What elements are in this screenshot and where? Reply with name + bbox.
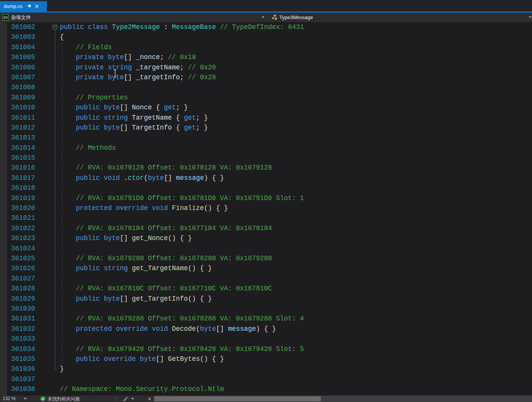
code-lines: 361002public class Type2Message : Messag… [0, 22, 532, 394]
code-text: // Fields [53, 42, 112, 52]
code-line[interactable]: 361004 // Fields [0, 42, 532, 52]
brush-icon[interactable] [123, 396, 128, 402]
code-text: // RVA: 0x1679128 Offset: 0x1678128 VA: … [53, 163, 272, 173]
code-line[interactable]: 361021 [0, 213, 532, 223]
line-number: 361020 [0, 203, 53, 213]
outline-guide-end [55, 368, 57, 369]
code-line[interactable]: 361014 // Methods [0, 143, 532, 153]
code-text [53, 153, 60, 163]
line-number: 361002 [0, 22, 53, 32]
code-line[interactable]: 361022 // RVA: 0x1678184 Offset: 0x16771… [0, 223, 532, 233]
scroll-left-arrow[interactable] [148, 397, 151, 401]
line-number: 361028 [0, 283, 53, 293]
code-line[interactable]: 361010 public byte[] Nonce { get; } [0, 103, 532, 112]
code-line[interactable]: 361029 public byte[] get_TargetInfo() { … [0, 294, 532, 304]
statusbar-separator: | [115, 396, 117, 401]
code-line[interactable]: 361015 [0, 153, 532, 163]
line-number: 361027 [0, 274, 53, 283]
pin-icon[interactable] [26, 4, 32, 9]
code-line[interactable]: 361017 public void .ctor(byte[] message)… [0, 173, 532, 183]
code-line[interactable]: 361026 public string get_TargetName() { … [0, 263, 532, 273]
line-number: 361019 [0, 193, 53, 203]
code-line[interactable]: 361028 // RVA: 0x167810C Offset: 0x16771… [0, 283, 532, 293]
code-line[interactable]: 361009 // Properties [0, 93, 532, 103]
line-number: 361018 [0, 183, 53, 193]
line-number: 361015 [0, 153, 53, 163]
code-line[interactable]: 361011 public string TargetName { get; } [0, 113, 532, 123]
code-text: // RVA: 0x16791D8 Offset: 0x16781D8 VA: … [53, 193, 304, 203]
line-number: 361011 [0, 113, 53, 123]
code-text: // Methods [53, 143, 116, 153]
editor-bottom-bar: 132 % 未找到相关问题 | [0, 396, 532, 402]
chevron-down-icon[interactable] [529, 16, 532, 18]
horizontal-scrollbar[interactable] [153, 396, 532, 402]
code-line[interactable]: 361038// Namespace: Mono.Security.Protoc… [0, 384, 532, 394]
line-number: 361004 [0, 42, 53, 52]
code-line[interactable]: 361037 [0, 374, 532, 384]
code-text [53, 374, 60, 384]
collapse-toggle-icon[interactable] [53, 25, 57, 29]
code-line[interactable]: 361034 // RVA: 0x1679420 Offset: 0x16784… [0, 344, 532, 354]
code-text: public byte[] Nonce { get; } [53, 103, 188, 112]
line-number: 361016 [0, 163, 53, 173]
code-line[interactable]: 361005 private byte[] _nonce; // 0x18 [0, 52, 532, 62]
code-line[interactable]: 361032 protected override void Decode(by… [0, 324, 532, 334]
close-icon[interactable] [34, 4, 39, 9]
tab-dump-cs[interactable]: dump.cs [0, 1, 47, 11]
zoom-level-control[interactable]: 132 % [3, 396, 16, 401]
project-dropdown[interactable]: C# 杂项文件 [0, 13, 267, 22]
line-number: 361038 [0, 384, 53, 394]
type-dropdown[interactable]: Type3Message [267, 13, 532, 22]
health-check-icon [40, 396, 45, 401]
code-line[interactable]: 361035 public override byte[] GetBytes()… [0, 354, 532, 364]
code-line[interactable]: 361033 [0, 334, 532, 344]
chevron-down-icon[interactable] [261, 16, 264, 18]
line-number: 361010 [0, 103, 53, 112]
line-number: 361008 [0, 82, 53, 92]
code-text: // RVA: 0x1679280 Offset: 0x1678280 VA: … [53, 253, 272, 263]
code-text [53, 304, 60, 314]
code-line[interactable]: 361030 [0, 304, 532, 314]
chevron-down-icon[interactable] [24, 398, 27, 400]
line-number: 361006 [0, 62, 53, 72]
code-line[interactable]: 361023 public byte[] get_Nonce() { } [0, 233, 532, 243]
scrollbar-thumb[interactable] [154, 396, 321, 401]
code-line[interactable]: 361013 [0, 133, 532, 143]
code-line[interactable]: 361019 // RVA: 0x16791D8 Offset: 0x16781… [0, 193, 532, 203]
code-line[interactable]: 361025 // RVA: 0x1679280 Offset: 0x16782… [0, 253, 532, 263]
type-dropdown-label: Type3Message [279, 14, 313, 20]
code-line[interactable]: 361018 [0, 183, 532, 193]
code-text: // RVA: 0x1678184 Offset: 0x1677184 VA: … [53, 223, 272, 233]
line-number: 361034 [0, 344, 53, 354]
code-text: // Properties [53, 93, 128, 103]
code-editor[interactable]: 361002public class Type2Message : Messag… [0, 22, 532, 396]
code-line[interactable]: 361003{ [0, 32, 532, 42]
code-text [53, 334, 60, 344]
line-number: 361005 [0, 52, 53, 62]
code-line[interactable]: 361036} [0, 364, 532, 374]
code-text: public void .ctor(byte[] message) { } [53, 173, 224, 183]
code-text: protected override void Finalize() { } [53, 203, 228, 213]
code-line[interactable]: 361016 // RVA: 0x1679128 Offset: 0x16781… [0, 163, 532, 173]
code-line[interactable]: 361007 private byte[] _targetInfo; // 0x… [0, 72, 532, 82]
line-number: 361029 [0, 294, 53, 304]
code-text: public class Type2Message : MessageBase … [53, 22, 304, 32]
code-line[interactable]: 361008 [0, 82, 532, 92]
project-dropdown-label: 杂项文件 [11, 14, 31, 21]
code-text: public byte[] TargetInfo { get; } [53, 123, 208, 133]
navigation-bar: C# 杂项文件 Type3Message [0, 13, 532, 22]
indent-guide-line [62, 43, 62, 365]
line-number: 361032 [0, 324, 53, 334]
code-line[interactable]: 361012 public byte[] TargetInfo { get; } [0, 123, 532, 133]
csharp-file-icon: C# [2, 14, 9, 21]
code-line[interactable]: 361002public class Type2Message : Messag… [0, 22, 532, 32]
code-line[interactable]: 361031 // RVA: 0x1679288 Offset: 0x16782… [0, 314, 532, 324]
chevron-down-icon[interactable] [131, 398, 134, 400]
code-line[interactable]: 361006 private string _targetName; // 0x… [0, 62, 532, 72]
health-status-message[interactable]: 未找到相关问题 [48, 396, 80, 402]
code-line[interactable]: 361024 [0, 243, 532, 253]
line-number: 361025 [0, 253, 53, 263]
code-text: public byte[] get_TargetInfo() { } [53, 294, 212, 304]
code-line[interactable]: 361027 [0, 274, 532, 283]
code-line[interactable]: 361020 protected override void Finalize(… [0, 203, 532, 213]
